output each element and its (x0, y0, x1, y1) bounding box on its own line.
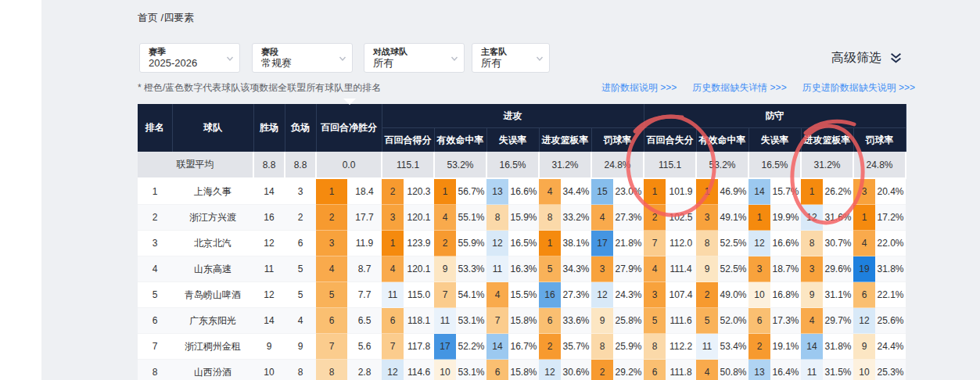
group-header-defense[interactable]: 防守 (644, 104, 906, 128)
stat-rank-cell: 13 (486, 178, 508, 205)
team-name[interactable]: 北京北汽 (172, 231, 253, 256)
team-losses: 6 (285, 231, 316, 256)
stat-rank-cell: 4 (316, 256, 347, 282)
team-rank: 2 (138, 205, 172, 231)
col-header-stat-6[interactable]: 百回合失分 (644, 128, 696, 152)
breadcrumb[interactable]: 首页 /四要素 (138, 11, 194, 25)
col-header-stat-2[interactable]: 有效命中率 (434, 128, 486, 152)
stat-value-cell: 31.1% (823, 282, 853, 308)
team-name[interactable]: 浙江方兴渡 (172, 205, 253, 231)
stat-value-cell: 114.6 (404, 360, 434, 380)
stat-rank-cell: 6 (486, 360, 508, 380)
col-header-stat-1[interactable]: 百回合得分 (382, 128, 434, 152)
filter-selected-value: 常规赛 (261, 57, 335, 70)
filter-dropdown-2[interactable]: 赛段常规赛 (252, 43, 353, 73)
stat-value-cell: 101.9 (666, 178, 696, 205)
team-row: 8山西汾酒10882.812114.61053.1%615.8%1230.6%2… (138, 360, 906, 380)
chevron-down-icon (536, 55, 544, 63)
stat-value-cell: 25.8% (613, 308, 644, 334)
four-factors-table: 排名球队胜场负场百回合净胜分进攻防守百回合得分有效命中率失误率进攻篮板率罚球率百… (138, 104, 906, 380)
team-name[interactable]: 山东高速 (172, 256, 253, 282)
stat-value-cell: 8.7 (347, 256, 382, 282)
team-name[interactable]: 广东东阳光 (172, 308, 253, 334)
league-average-row: 联盟平均8.88.80.0115.153.2%16.5%31.2%24.8%11… (138, 152, 906, 178)
stat-rank-cell: 1 (644, 178, 666, 205)
team-wins: 10 (253, 360, 285, 380)
team-losses: 5 (285, 282, 316, 308)
stat-rank-cell: 2 (591, 360, 613, 380)
team-wins: 9 (253, 334, 285, 360)
stat-value-cell: 23.0% (613, 178, 644, 205)
filter-dropdown-1[interactable]: 赛季2025-2026 (139, 43, 240, 73)
group-header-offense[interactable]: 进攻 (382, 104, 644, 128)
col-header-losses[interactable]: 负场 (285, 104, 316, 152)
col-header-stat-9[interactable]: 进攻篮板率 (801, 128, 853, 152)
col-header-stat-5[interactable]: 罚球率 (591, 128, 644, 152)
help-links-row: 进阶数据说明 >>>历史数据缺失详情 >>>历史进阶数据缺失说明 >>> (601, 81, 915, 95)
stat-rank-cell: 5 (696, 308, 718, 334)
stat-rank-cell: 6 (382, 308, 404, 334)
stat-value-cell: 52.5% (718, 256, 748, 282)
stat-value-cell: 52.2% (456, 334, 486, 360)
stat-rank-cell: 3 (853, 178, 875, 205)
stat-value-cell: 53.1% (456, 308, 486, 334)
stat-value-cell: 115.0 (404, 282, 434, 308)
stat-value-cell: 15.8% (508, 360, 539, 380)
league-average-stat: 16.5% (486, 152, 539, 178)
stat-rank-cell: 13 (748, 360, 770, 380)
stat-rank-cell: 10 (434, 360, 456, 380)
help-link-2[interactable]: 历史数据缺失详情 >>> (692, 81, 786, 95)
stat-rank-cell: 4 (801, 308, 823, 334)
col-header-stat-4[interactable]: 进攻篮板率 (539, 128, 591, 152)
stat-rank-cell: 11 (382, 282, 404, 308)
stat-value-cell: 120.3 (404, 178, 434, 205)
team-wins: 12 (253, 231, 285, 256)
advanced-filter-button[interactable]: 高级筛选 (831, 50, 903, 66)
stat-rank-cell: 4 (644, 256, 666, 282)
col-header-stat-3[interactable]: 失误率 (486, 128, 539, 152)
stat-value-cell: 50.8% (718, 360, 748, 380)
filter-label: 主客队 (481, 46, 532, 57)
team-name[interactable]: 山西汾酒 (172, 360, 253, 380)
help-link-1[interactable]: 进阶数据说明 >>> (601, 81, 677, 95)
help-link-3[interactable]: 历史进阶数据缺失说明 >>> (802, 81, 915, 95)
stat-value-cell: 111.4 (666, 256, 696, 282)
team-name[interactable]: 青岛崂山啤酒 (172, 282, 253, 308)
league-average-stat: 53.2% (434, 152, 486, 178)
col-header-wins[interactable]: 胜场 (253, 104, 285, 152)
stat-rank-cell: 2 (539, 334, 561, 360)
stat-value-cell: 16.7% (508, 334, 539, 360)
filter-selected-value: 所有 (373, 57, 447, 70)
stat-rank-cell: 6 (853, 282, 875, 308)
team-row: 5青岛崂山啤酒12557.711115.0754.1%415.5%1627.3%… (138, 282, 906, 308)
stat-value-cell: 24.3% (613, 282, 644, 308)
stat-rank-cell: 8 (539, 205, 561, 231)
stat-rank-cell: 15 (591, 178, 613, 205)
col-header-team[interactable]: 球队 (172, 104, 253, 152)
stat-value-cell: 18.7% (770, 256, 801, 282)
stat-rank-cell: 8 (591, 334, 613, 360)
stat-value-cell: 5.6 (347, 334, 382, 360)
stat-rank-cell: 4 (539, 178, 561, 205)
stat-value-cell: 16.4% (770, 360, 801, 380)
filter-dropdown-4[interactable]: 主客队所有 (472, 43, 550, 73)
league-average-stat: 115.1 (644, 152, 696, 178)
col-header-rank[interactable]: 排名 (138, 104, 172, 152)
col-header-net-rating[interactable]: 百回合净胜分 (316, 104, 382, 152)
col-header-stat-10[interactable]: 罚球率 (853, 128, 906, 152)
stat-value-cell: 112.2 (666, 334, 696, 360)
col-header-stat-8[interactable]: 失误率 (748, 128, 801, 152)
stat-value-cell: 117.8 (404, 334, 434, 360)
team-name[interactable]: 浙江稠州金租 (172, 334, 253, 360)
stat-value-cell: 31.8% (875, 256, 906, 282)
sort-indicator-icon[interactable] (343, 99, 356, 105)
stat-value-cell: 30.6% (561, 360, 591, 380)
stat-rank-cell: 4 (434, 205, 456, 231)
stat-value-cell: 6.5 (347, 308, 382, 334)
stat-value-cell: 29.7% (823, 308, 853, 334)
stat-value-cell: 20.4% (875, 178, 906, 205)
team-name[interactable]: 上海久事 (172, 178, 253, 205)
stat-value-cell: 16.8% (770, 282, 801, 308)
col-header-stat-7[interactable]: 有效命中率 (696, 128, 748, 152)
filter-dropdown-3[interactable]: 对战球队所有 (364, 43, 465, 73)
